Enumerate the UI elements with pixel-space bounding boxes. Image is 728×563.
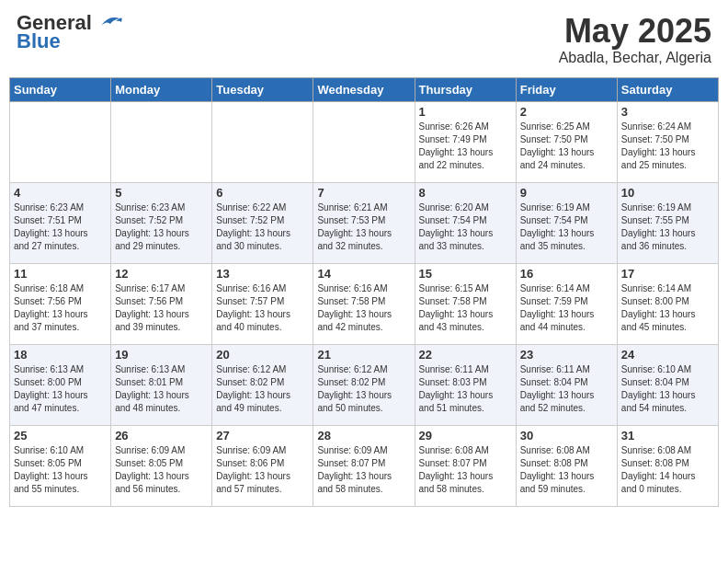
day-info: Sunrise: 6:11 AM Sunset: 8:03 PM Dayligh… (419, 363, 512, 415)
table-cell: 5Sunrise: 6:23 AM Sunset: 7:52 PM Daylig… (111, 182, 212, 263)
table-cell: 6Sunrise: 6:22 AM Sunset: 7:52 PM Daylig… (212, 182, 313, 263)
page-header: General Blue May 2025 Abadla, Bechar, Al… (9, 9, 719, 70)
table-cell: 12Sunrise: 6:17 AM Sunset: 7:56 PM Dayli… (111, 263, 212, 344)
day-info: Sunrise: 6:15 AM Sunset: 7:58 PM Dayligh… (419, 282, 512, 334)
logo-bird-icon (94, 13, 123, 33)
day-number: 17 (621, 267, 714, 281)
day-number: 4 (14, 186, 107, 200)
table-cell: 20Sunrise: 6:12 AM Sunset: 8:02 PM Dayli… (212, 344, 313, 425)
table-cell (313, 101, 415, 182)
table-cell: 29Sunrise: 6:08 AM Sunset: 8:07 PM Dayli… (415, 425, 516, 506)
table-cell (212, 101, 313, 182)
table-cell: 26Sunrise: 6:09 AM Sunset: 8:05 PM Dayli… (111, 425, 212, 506)
day-info: Sunrise: 6:23 AM Sunset: 7:51 PM Dayligh… (14, 201, 107, 253)
day-number: 31 (621, 429, 714, 442)
table-cell: 24Sunrise: 6:10 AM Sunset: 8:04 PM Dayli… (617, 344, 718, 425)
table-cell: 19Sunrise: 6:13 AM Sunset: 8:01 PM Dayli… (111, 344, 212, 425)
table-cell: 13Sunrise: 6:16 AM Sunset: 7:57 PM Dayli… (212, 263, 313, 344)
table-cell: 31Sunrise: 6:08 AM Sunset: 8:08 PM Dayli… (617, 425, 718, 506)
day-info: Sunrise: 6:16 AM Sunset: 7:58 PM Dayligh… (317, 282, 410, 334)
day-number: 21 (317, 348, 410, 362)
day-number: 25 (14, 429, 107, 442)
table-cell: 7Sunrise: 6:21 AM Sunset: 7:53 PM Daylig… (313, 182, 415, 263)
day-number: 24 (621, 348, 714, 362)
day-info: Sunrise: 6:09 AM Sunset: 8:05 PM Dayligh… (115, 444, 208, 496)
day-info: Sunrise: 6:14 AM Sunset: 7:59 PM Dayligh… (520, 282, 613, 334)
day-info: Sunrise: 6:26 AM Sunset: 7:49 PM Dayligh… (419, 121, 512, 172)
day-info: Sunrise: 6:11 AM Sunset: 8:04 PM Dayligh… (520, 363, 613, 415)
day-number: 15 (419, 267, 512, 281)
table-cell: 18Sunrise: 6:13 AM Sunset: 8:00 PM Dayli… (10, 344, 111, 425)
day-info: Sunrise: 6:13 AM Sunset: 8:00 PM Dayligh… (14, 363, 107, 415)
day-info: Sunrise: 6:08 AM Sunset: 8:08 PM Dayligh… (520, 444, 613, 496)
day-number: 19 (115, 348, 208, 362)
day-info: Sunrise: 6:12 AM Sunset: 8:02 PM Dayligh… (216, 363, 309, 415)
table-cell: 14Sunrise: 6:16 AM Sunset: 7:58 PM Dayli… (313, 263, 415, 344)
calendar-row: 18Sunrise: 6:13 AM Sunset: 8:00 PM Dayli… (10, 344, 719, 425)
header-friday: Friday (516, 77, 617, 101)
day-number: 13 (216, 267, 309, 281)
table-cell: 9Sunrise: 6:19 AM Sunset: 7:54 PM Daylig… (516, 182, 617, 263)
day-number: 3 (621, 105, 714, 119)
table-cell (111, 101, 212, 182)
day-info: Sunrise: 6:13 AM Sunset: 8:01 PM Dayligh… (115, 363, 208, 415)
table-cell: 1Sunrise: 6:26 AM Sunset: 7:49 PM Daylig… (415, 101, 516, 182)
day-number: 22 (419, 348, 512, 362)
day-number: 20 (216, 348, 309, 362)
day-number: 8 (419, 186, 512, 200)
day-info: Sunrise: 6:10 AM Sunset: 8:04 PM Dayligh… (621, 363, 714, 415)
day-number: 10 (621, 186, 714, 200)
table-cell: 27Sunrise: 6:09 AM Sunset: 8:06 PM Dayli… (212, 425, 313, 506)
logo: General Blue (17, 13, 123, 53)
day-number: 1 (419, 105, 512, 119)
day-info: Sunrise: 6:19 AM Sunset: 7:55 PM Dayligh… (621, 201, 714, 253)
day-number: 14 (317, 267, 410, 281)
table-cell (10, 101, 111, 182)
day-number: 11 (14, 267, 107, 281)
day-number: 6 (216, 186, 309, 200)
day-info: Sunrise: 6:21 AM Sunset: 7:53 PM Dayligh… (317, 201, 410, 253)
day-info: Sunrise: 6:23 AM Sunset: 7:52 PM Dayligh… (115, 201, 208, 253)
table-cell: 2Sunrise: 6:25 AM Sunset: 7:50 PM Daylig… (516, 101, 617, 182)
calendar-row: 25Sunrise: 6:10 AM Sunset: 8:05 PM Dayli… (10, 425, 719, 506)
day-number: 27 (216, 429, 309, 442)
logo-blue-text: Blue (17, 29, 61, 53)
day-info: Sunrise: 6:14 AM Sunset: 8:00 PM Dayligh… (621, 282, 714, 334)
table-cell: 10Sunrise: 6:19 AM Sunset: 7:55 PM Dayli… (617, 182, 718, 263)
day-number: 16 (520, 267, 613, 281)
table-cell: 23Sunrise: 6:11 AM Sunset: 8:04 PM Dayli… (516, 344, 617, 425)
day-number: 18 (14, 348, 107, 362)
table-cell: 15Sunrise: 6:15 AM Sunset: 7:58 PM Dayli… (415, 263, 516, 344)
day-info: Sunrise: 6:10 AM Sunset: 8:05 PM Dayligh… (14, 444, 107, 496)
header-monday: Monday (111, 77, 212, 101)
day-info: Sunrise: 6:12 AM Sunset: 8:02 PM Dayligh… (317, 363, 410, 415)
day-info: Sunrise: 6:09 AM Sunset: 8:06 PM Dayligh… (216, 444, 309, 496)
day-number: 30 (520, 429, 613, 442)
table-cell: 4Sunrise: 6:23 AM Sunset: 7:51 PM Daylig… (10, 182, 111, 263)
header-saturday: Saturday (617, 77, 718, 101)
header-thursday: Thursday (415, 77, 516, 101)
table-cell: 8Sunrise: 6:20 AM Sunset: 7:54 PM Daylig… (415, 182, 516, 263)
day-info: Sunrise: 6:09 AM Sunset: 8:07 PM Dayligh… (317, 444, 410, 496)
table-cell: 21Sunrise: 6:12 AM Sunset: 8:02 PM Dayli… (313, 344, 415, 425)
table-cell: 16Sunrise: 6:14 AM Sunset: 7:59 PM Dayli… (516, 263, 617, 344)
header-sunday: Sunday (10, 77, 111, 101)
day-number: 23 (520, 348, 613, 362)
day-number: 29 (419, 429, 512, 442)
month-title: May 2025 (559, 13, 711, 50)
table-cell: 30Sunrise: 6:08 AM Sunset: 8:08 PM Dayli… (516, 425, 617, 506)
table-cell: 3Sunrise: 6:24 AM Sunset: 7:50 PM Daylig… (617, 101, 718, 182)
day-info: Sunrise: 6:19 AM Sunset: 7:54 PM Dayligh… (520, 201, 613, 253)
day-number: 5 (115, 186, 208, 200)
table-cell: 17Sunrise: 6:14 AM Sunset: 8:00 PM Dayli… (617, 263, 718, 344)
calendar-row: 1Sunrise: 6:26 AM Sunset: 7:49 PM Daylig… (10, 101, 719, 182)
day-number: 7 (317, 186, 410, 200)
day-info: Sunrise: 6:25 AM Sunset: 7:50 PM Dayligh… (520, 121, 613, 172)
table-cell: 11Sunrise: 6:18 AM Sunset: 7:56 PM Dayli… (10, 263, 111, 344)
day-info: Sunrise: 6:22 AM Sunset: 7:52 PM Dayligh… (216, 201, 309, 253)
day-number: 12 (115, 267, 208, 281)
day-info: Sunrise: 6:24 AM Sunset: 7:50 PM Dayligh… (621, 121, 714, 172)
day-info: Sunrise: 6:08 AM Sunset: 8:07 PM Dayligh… (419, 444, 512, 496)
calendar-row: 4Sunrise: 6:23 AM Sunset: 7:51 PM Daylig… (10, 182, 719, 263)
day-info: Sunrise: 6:16 AM Sunset: 7:57 PM Dayligh… (216, 282, 309, 334)
